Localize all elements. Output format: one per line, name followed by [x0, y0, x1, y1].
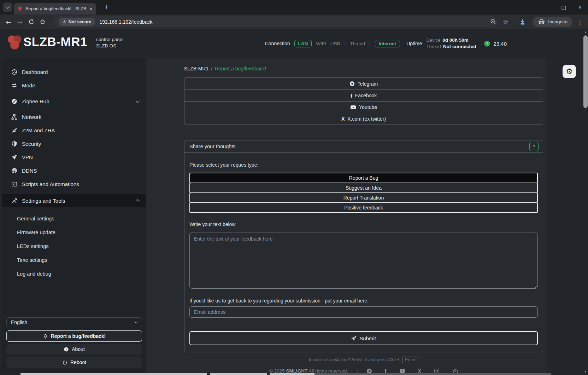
- copyright-year: © 2025: [269, 368, 285, 374]
- youtube-link[interactable]: Youtube: [184, 101, 543, 113]
- sidebar-subitem-log-debug[interactable]: Log and debug: [2, 267, 146, 281]
- browser-titlebar: Report a bug/feedback! - SLZB- × + – □ ×: [0, 0, 588, 15]
- submit-button[interactable]: Submit: [189, 331, 538, 345]
- sidebar-subitem-label: General settings: [17, 216, 54, 221]
- sidebar-item-label: VPN: [22, 154, 139, 160]
- sidebar-item-network[interactable]: Network: [2, 110, 146, 123]
- sidebar-item-settings-tools[interactable]: Settings and Tools: [2, 194, 146, 207]
- chevron-down-icon: [135, 320, 138, 323]
- social-label: Facebook: [355, 93, 377, 98]
- tab-search-button[interactable]: [3, 2, 12, 12]
- clock-icon: [484, 40, 490, 47]
- connection-label: Connection: [265, 41, 290, 46]
- type-suggest-idea-button[interactable]: Suggest an Idea: [189, 183, 538, 193]
- forward-button[interactable]: →: [14, 16, 25, 28]
- bookmark-star-icon[interactable]: ☆: [500, 17, 511, 27]
- url-text: 192.168.1.102/feedback: [99, 19, 152, 25]
- youtube-icon[interactable]: [399, 369, 405, 373]
- settings-gear-button[interactable]: ⚙: [563, 65, 576, 78]
- address-bar[interactable]: ⚠ Not secure 192.168.1.102/feedback: [54, 16, 498, 27]
- feedback-panel-title: Share your thoughts: [189, 144, 236, 149]
- email-input[interactable]: [189, 306, 538, 318]
- download-button[interactable]: [517, 17, 528, 27]
- new-tab-button[interactable]: +: [102, 2, 112, 12]
- chevron-down-icon: [136, 99, 140, 103]
- sidebar-item-mode[interactable]: Mode: [2, 79, 146, 92]
- app-subtitle-line1: control panel: [96, 36, 123, 43]
- report-bug-button[interactable]: Report a bug/feedback!: [6, 330, 142, 342]
- language-select[interactable]: English: [6, 317, 142, 327]
- lightbulb-icon: [43, 334, 48, 339]
- browser-tab[interactable]: Report a bug/feedback! - SLZB- ×: [14, 3, 96, 15]
- type-positive-feedback-button[interactable]: Positive feedback: [189, 202, 538, 213]
- scroll-up-arrow[interactable]: ▲: [583, 31, 588, 34]
- report-bug-label: Report a bug/feedback!: [51, 333, 106, 339]
- reload-button[interactable]: [25, 16, 37, 28]
- chevron-up-icon: [136, 199, 140, 203]
- sidebar-item-security[interactable]: Security: [2, 137, 146, 150]
- sidebar-subitem-leds-settings[interactable]: LEDs settings: [2, 239, 146, 253]
- about-button[interactable]: About: [6, 344, 142, 354]
- x-icon: X: [341, 116, 345, 122]
- incognito-badge[interactable]: Incognito: [533, 17, 572, 27]
- enter-keycap: Enter: [402, 357, 418, 363]
- app-subtitle-line2: SLZB OS: [96, 43, 123, 49]
- telegram-link[interactable]: Telegram: [184, 78, 543, 90]
- social-label: Youtube: [359, 104, 377, 110]
- favicon-logo-icon: [17, 6, 23, 11]
- main-panel: SLZB-MR1 / Report a bug/feedback! Telegr…: [146, 58, 546, 375]
- breadcrumb-root[interactable]: SLZB-MR1: [184, 66, 208, 71]
- sidebar-item-scripts-automations[interactable]: Scripts and Automations: [2, 177, 146, 191]
- back-button[interactable]: ←: [3, 16, 14, 28]
- breadcrumb-current: Report a bug/feedback!: [215, 66, 266, 71]
- taskbar-edge: [270, 373, 314, 375]
- close-window-button[interactable]: ×: [572, 0, 588, 15]
- tab-close-icon[interactable]: ×: [89, 6, 93, 11]
- type-report-translation-button[interactable]: Report Translation: [189, 192, 538, 203]
- sidebar-item-dashboard[interactable]: Dashboard: [2, 65, 146, 79]
- type-report-bug-button[interactable]: Report a Bug: [189, 173, 538, 183]
- reload-icon: [28, 19, 34, 25]
- sidebar-item-label: Security: [22, 141, 139, 147]
- sidebar-item-vpn[interactable]: VPN: [2, 150, 146, 164]
- page-scrollbar[interactable]: ▲ ▼: [583, 29, 588, 375]
- sidebar-subitem-firmware-update[interactable]: Firmware update: [2, 225, 146, 239]
- minimize-button[interactable]: –: [539, 0, 555, 15]
- social-label: X.com (ex twitter): [347, 116, 386, 122]
- breadcrumb-separator: /: [211, 66, 212, 71]
- sidebar-item-ddns[interactable]: DDNS: [2, 164, 146, 177]
- zigbee-icon: [11, 98, 17, 104]
- sidebar-item-zigbee-hub[interactable]: Zigbee Hub: [2, 94, 146, 108]
- social-links-group: Telegram f Facebook Youtube X X.com (ex …: [184, 77, 543, 125]
- tab-title: Report a bug/feedback! - SLZB-: [25, 6, 87, 11]
- scrollbar-thumb[interactable]: [583, 35, 588, 108]
- sidebar-subitem-general-settings[interactable]: General settings: [2, 212, 146, 225]
- not-secure-chip[interactable]: ⚠ Not secure: [59, 18, 95, 26]
- x-link[interactable]: X X.com (ex twitter): [184, 113, 543, 125]
- copyright-suffix: All rights reserved.: [308, 368, 348, 374]
- screen: Report a bug/feedback! - SLZB- × + – □ ×…: [0, 0, 588, 375]
- home-button[interactable]: [37, 16, 48, 28]
- device-label: Device: [426, 37, 440, 44]
- sidebar-item-label: Zigbee Hub: [22, 98, 132, 104]
- scroll-down-arrow[interactable]: ▼: [583, 370, 588, 373]
- feedback-textarea[interactable]: [189, 232, 538, 289]
- sidebar-subitem-time-settings[interactable]: Time settings: [2, 253, 146, 267]
- facebook-icon: f: [351, 93, 352, 99]
- menu-dots-button[interactable]: ⋮: [575, 17, 585, 27]
- social-label: Telegram: [358, 81, 378, 87]
- facebook-link[interactable]: f Facebook: [184, 90, 543, 101]
- uptime-values: Device0d 00h 50m ThreadNot connected: [426, 37, 476, 50]
- telegram-icon: [349, 81, 355, 86]
- maximize-button[interactable]: □: [555, 0, 572, 15]
- reboot-button[interactable]: Reboot: [6, 357, 142, 368]
- zoom-button[interactable]: [488, 17, 498, 27]
- home-icon: [40, 19, 46, 25]
- feedback-text-label: Write your text below: [189, 221, 538, 227]
- status-cluster: Connection LAN WIFI USB | Thread | Inter…: [265, 29, 507, 58]
- sidebar-item-z2m-zha[interactable]: Z2M and ZHA: [2, 123, 146, 137]
- help-button[interactable]: ?: [529, 142, 539, 151]
- lan-badge: LAN: [294, 40, 312, 47]
- taskbar-edge: [210, 373, 267, 375]
- download-icon: [519, 19, 526, 25]
